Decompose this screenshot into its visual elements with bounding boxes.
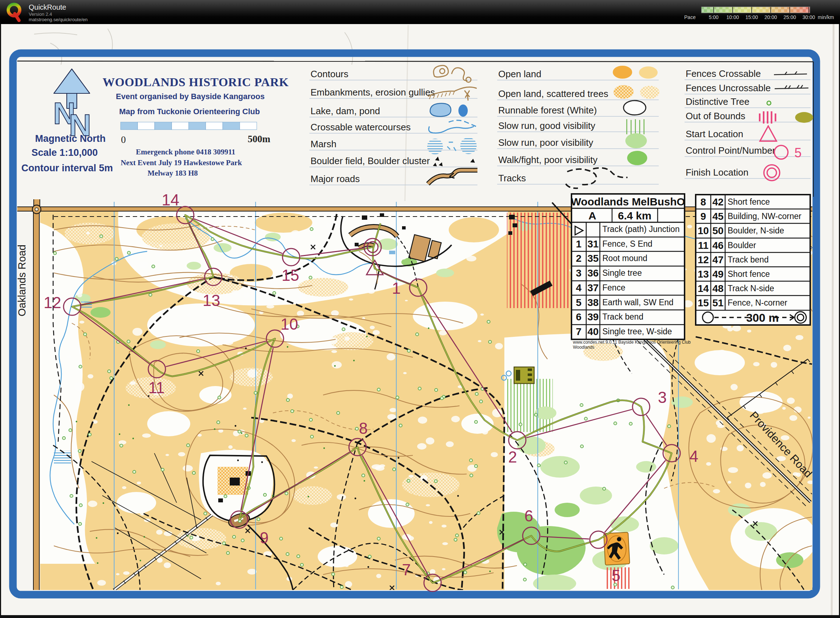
svg-text:10:00: 10:00 (726, 14, 739, 20)
svg-text:35: 35 (587, 253, 598, 264)
svg-text:Fences Uncrossable: Fences Uncrossable (686, 83, 771, 94)
svg-text:5: 5 (612, 567, 620, 584)
svg-text:min/km: min/km (818, 14, 834, 20)
svg-text:Contour interval 5m: Contour interval 5m (21, 163, 113, 174)
svg-text:Track (path) Junction: Track (path) Junction (603, 224, 680, 234)
svg-text:Event organised by Bayside Kan: Event organised by Bayside Kangaroos (116, 92, 264, 101)
svg-text:300 m: 300 m (746, 311, 779, 324)
svg-text:5: 5 (794, 146, 801, 160)
svg-text:Slow run, good visibility: Slow run, good visibility (498, 120, 595, 131)
svg-text:Building, NW-corner: Building, NW-corner (728, 211, 801, 221)
svg-text:1: 1 (392, 279, 401, 297)
svg-text:Marsh: Marsh (310, 139, 336, 149)
svg-text:Slow run, poor visibility: Slow run, poor visibility (498, 137, 593, 148)
svg-text:51: 51 (712, 297, 723, 309)
svg-text:10: 10 (281, 315, 298, 333)
svg-text:Root mound: Root mound (603, 254, 647, 263)
svg-text:Single tree: Single tree (603, 268, 642, 278)
svg-text:11: 11 (698, 240, 709, 251)
svg-text:Open land, scattered trees: Open land, scattered trees (498, 88, 608, 99)
svg-text:2: 2 (508, 448, 517, 466)
svg-text:14: 14 (698, 283, 709, 294)
svg-text:Boulder field, Boulder cluster: Boulder field, Boulder cluster (310, 156, 430, 166)
svg-text:14: 14 (162, 191, 180, 209)
svg-text:10: 10 (698, 225, 709, 236)
svg-text:Track bend: Track bend (603, 312, 643, 321)
svg-text:Embankments, erosion gullies: Embankments, erosion gullies (310, 87, 435, 98)
svg-text:Track bend: Track bend (728, 255, 769, 264)
svg-text:Control Point/Number: Control Point/Number (686, 145, 775, 156)
svg-text:38: 38 (587, 297, 598, 308)
svg-text:37: 37 (587, 282, 598, 293)
svg-text:2: 2 (576, 253, 582, 264)
svg-text:6: 6 (524, 507, 533, 524)
svg-text:15:00: 15:00 (745, 14, 758, 20)
svg-text:Pace: Pace (684, 14, 696, 20)
svg-text:Next Event July 19 Hawkestowe: Next Event July 19 Hawkestowe Park (121, 158, 242, 167)
svg-text:4: 4 (690, 447, 698, 465)
svg-text:7: 7 (402, 561, 411, 578)
svg-text:15: 15 (698, 297, 709, 309)
svg-text:42: 42 (712, 196, 723, 208)
svg-text:11: 11 (148, 379, 165, 397)
svg-text:30:00: 30:00 (802, 14, 815, 20)
svg-text:9: 9 (260, 529, 269, 547)
svg-text:5:00: 5:00 (709, 14, 718, 20)
svg-text:39: 39 (587, 311, 598, 322)
svg-text:QuickRoute: QuickRoute (29, 3, 67, 11)
svg-text:6: 6 (576, 311, 582, 322)
svg-text:5: 5 (576, 297, 582, 308)
svg-text:Crossable watercourses: Crossable watercourses (310, 122, 411, 132)
svg-text:Contours: Contours (310, 68, 349, 79)
svg-text:Magnetic North: Magnetic North (35, 133, 106, 144)
svg-text:Open land: Open land (498, 68, 541, 79)
svg-text:9: 9 (700, 211, 706, 222)
svg-text:Short fence: Short fence (728, 197, 770, 206)
svg-text:36: 36 (587, 267, 598, 279)
svg-text:Version 2.4: Version 2.4 (29, 12, 52, 17)
svg-text:1: 1 (576, 238, 582, 250)
svg-text:Woodlands MelBushO: Woodlands MelBushO (571, 196, 685, 208)
svg-text:Walk/fight, poor visibility: Walk/fight, poor visibility (498, 154, 597, 165)
svg-text:Out of Bounds: Out of Bounds (686, 111, 745, 121)
svg-text:500m: 500m (248, 134, 271, 144)
svg-text:WOODLANDS HISTORIC PARK: WOODLANDS HISTORIC PARK (103, 76, 289, 89)
svg-text:6.4 km: 6.4 km (618, 210, 651, 221)
svg-text:Track N-side: Track N-side (728, 284, 774, 293)
svg-text:49: 49 (712, 269, 723, 280)
svg-text:40: 40 (587, 326, 598, 337)
svg-text:Emergenck phone 0418 309911: Emergenck phone 0418 309911 (136, 148, 235, 156)
svg-text:45: 45 (712, 211, 723, 222)
svg-text:A: A (588, 210, 596, 221)
svg-text:Melway 183 H8: Melway 183 H8 (147, 169, 198, 177)
svg-text:12: 12 (44, 294, 61, 311)
svg-text:12: 12 (698, 254, 709, 265)
svg-text:0: 0 (121, 134, 126, 145)
svg-text:31: 31 (587, 238, 598, 250)
svg-text:Woodlands: Woodlands (573, 345, 594, 350)
svg-text:Major roads: Major roads (310, 174, 360, 184)
svg-text:Boulder: Boulder (728, 241, 756, 250)
svg-text:Lake, dam, pond: Lake, dam, pond (310, 105, 380, 116)
svg-text:Fence, N-corner: Fence, N-corner (728, 298, 788, 308)
svg-text:20:00: 20:00 (764, 14, 777, 20)
svg-text:13: 13 (203, 291, 220, 309)
svg-text:Runnable forest (White): Runnable forest (White) (498, 105, 597, 116)
svg-text:3: 3 (658, 389, 666, 406)
svg-text:Fences Crossable: Fences Crossable (686, 68, 761, 79)
svg-text:Tracks: Tracks (498, 173, 526, 184)
svg-text:Map from Tuckonie Orienteering: Map from Tuckonie Orienteering Club (119, 107, 260, 116)
svg-text:47: 47 (712, 254, 723, 265)
svg-text:Scale 1:10,000: Scale 1:10,000 (31, 147, 98, 158)
svg-text:Boulder, N-side: Boulder, N-side (728, 226, 784, 235)
svg-text:Single tree, W-side: Single tree, W-side (603, 327, 672, 336)
svg-text:3: 3 (576, 267, 582, 279)
svg-text:Finish Location: Finish Location (686, 167, 748, 178)
svg-text:www.condes.net 9.0.11 Bayside: www.condes.net 9.0.11 Bayside Kangaroos … (573, 340, 691, 345)
svg-text:Fence: Fence (603, 283, 625, 292)
svg-text:48: 48 (712, 283, 723, 294)
svg-text:Earth wall, SW End: Earth wall, SW End (603, 298, 674, 307)
svg-text:matstroeng.se/quickroute/en: matstroeng.se/quickroute/en (29, 17, 88, 22)
svg-text:8: 8 (359, 419, 368, 437)
svg-text:4: 4 (576, 282, 582, 293)
